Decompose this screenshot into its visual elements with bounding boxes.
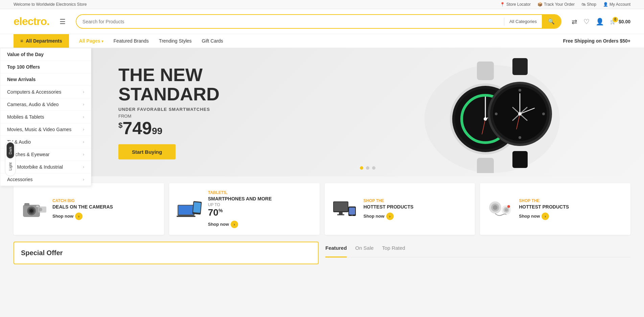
track-icon: 📦: [537, 2, 543, 7]
promo-card-hottest2: SHOP THE HOTTEST PRODUCTS Shop now ›: [480, 183, 630, 235]
promo-discount-tablets: 70%: [208, 207, 313, 218]
user-icon[interactable]: 👤: [596, 18, 604, 26]
promo-title-tablets: SMARTPHONES AND MORE: [208, 196, 313, 202]
my-account-link[interactable]: 👤 My Account: [603, 2, 630, 7]
shop-now-arrow-cameras: ›: [75, 213, 83, 220]
promo-tag-tablets: TABLETS,: [208, 190, 313, 196]
shop-now-arrow-hottest2: ›: [542, 213, 549, 220]
compare-icon[interactable]: ⇄: [572, 18, 577, 26]
hero-dots: [360, 166, 375, 170]
svg-point-30: [30, 209, 33, 213]
shop-icon: 🛍: [581, 2, 585, 7]
svg-point-51: [505, 208, 508, 212]
sidebar-item-accessories[interactable]: Accessories ›: [0, 173, 91, 186]
svg-point-33: [39, 208, 42, 211]
nav-link-gift-cards[interactable]: Gift Cards: [202, 38, 223, 44]
search-input[interactable]: [76, 16, 504, 28]
promo-img-hottest2: [487, 197, 514, 221]
svg-rect-42: [337, 214, 344, 215]
shop-now-tablets[interactable]: Shop now ›: [208, 221, 313, 228]
sidebar-item-new-arrivals[interactable]: New Arrivals: [0, 73, 91, 86]
logo[interactable]: electro.: [14, 15, 49, 28]
cart-button[interactable]: 🛒 0 $0.00: [610, 19, 630, 24]
nav-bar: ≡ All Departments All Pages▾ Featured Br…: [0, 34, 644, 48]
svg-rect-36: [177, 216, 196, 217]
svg-rect-41: [339, 212, 343, 214]
hamburger-menu[interactable]: ☰: [60, 18, 66, 26]
svg-point-45: [351, 215, 353, 216]
chevron-right-icon: ›: [83, 165, 84, 169]
dot-1[interactable]: [360, 166, 363, 170]
sidebar-item-computers[interactable]: Computers & Accessories ›: [0, 86, 91, 98]
cart-icon-wrap: 🛒 0: [610, 19, 616, 24]
top-bar: Welcome to Worldwide Electronics Store 📍…: [0, 0, 644, 9]
category-select[interactable]: All Categories Computers Cameras Phones: [504, 16, 542, 27]
svg-rect-27: [24, 203, 29, 206]
nav-link-all-pages[interactable]: All Pages▾: [79, 38, 104, 44]
dot-2[interactable]: [366, 166, 369, 170]
svg-point-18: [542, 113, 545, 115]
svg-point-15: [519, 89, 521, 92]
search-bar: All Categories Computers Cameras Phones …: [76, 14, 561, 29]
all-departments-button[interactable]: ≡ All Departments: [14, 34, 69, 48]
tabs-section: Featured On Sale Top Rated: [325, 242, 630, 264]
dot-3[interactable]: [372, 166, 375, 170]
header-icons: ⇄ ♡ 👤 🛒 0 $0.00: [572, 18, 630, 26]
chevron-right-icon: ›: [83, 152, 84, 157]
theme-toggle[interactable]: Light Dark: [5, 141, 16, 176]
svg-rect-38: [193, 202, 201, 213]
promo-text-hottest1: SHOP THE HOTTEST PRODUCTS Shop now ›: [364, 198, 468, 220]
top-bar-right: 📍 Store Locator 📦 Track Your Order 🛍 Sho…: [500, 2, 630, 7]
nav-link-trending-styles[interactable]: Trending Styles: [159, 38, 192, 44]
sidebar-item-movies[interactable]: Movies, Music & Video Games ›: [0, 123, 91, 136]
promo-text-tablets: TABLETS, SMARTPHONES AND MORE UP TO 70% …: [208, 190, 313, 228]
promo-section: CATCH BIG DEALS ON THE CAMERAS Shop now …: [0, 176, 644, 242]
svg-point-52: [507, 205, 510, 208]
sidebar-item-value-of-day[interactable]: Value of the Day: [0, 48, 91, 61]
shop-now-hottest2[interactable]: Shop now ›: [519, 213, 624, 220]
svg-rect-11: [512, 58, 528, 75]
dark-mode-toggle[interactable]: Dark: [7, 142, 14, 158]
promo-img-tablets: [176, 197, 203, 221]
search-button[interactable]: 🔍: [542, 15, 561, 28]
svg-rect-35: [178, 205, 194, 215]
hero-from: FROM: [118, 114, 220, 119]
promo-card-hottest1: SHOP THE HOTTEST PRODUCTS Shop now ›: [325, 183, 475, 235]
tab-top-rated[interactable]: Top Rated: [382, 245, 405, 253]
store-locator-link[interactable]: 📍 Store Locator: [500, 2, 531, 7]
nav-links: All Pages▾ Featured Brands Trending Styl…: [69, 34, 563, 48]
sidebar-item-top-100[interactable]: Top 100 Offers: [0, 61, 91, 73]
promo-tag-hottest2: SHOP THE: [519, 198, 624, 204]
nav-link-featured-brands[interactable]: Featured Brands: [114, 38, 149, 44]
cart-badge: 0: [613, 17, 618, 22]
svg-rect-10: [477, 158, 494, 173]
chevron-right-icon: ›: [83, 140, 84, 144]
promo-card-tablets: TABLETS, SMARTPHONES AND MORE UP TO 70% …: [169, 183, 320, 235]
promo-img-hottest1: [331, 197, 359, 221]
hero-subtitle: Under Favorable Smartwatches: [118, 107, 220, 112]
promo-tag-cameras: CATCH BIG: [52, 198, 157, 204]
hero-cta-button[interactable]: Start Buying: [118, 144, 176, 159]
sidebar-item-cameras[interactable]: Cameras, Audio & Video ›: [0, 98, 91, 111]
hero-slider: THE NEW STANDARD Under Favorable Smartwa…: [91, 48, 644, 176]
svg-rect-40: [334, 202, 348, 211]
tab-featured[interactable]: Featured: [325, 245, 347, 258]
tab-on-sale[interactable]: On Sale: [355, 245, 373, 253]
main-content: Value of the Day Top 100 Offers New Arri…: [0, 48, 644, 176]
shop-now-hottest1[interactable]: Shop now ›: [364, 213, 468, 220]
free-shipping-label: Free Shipping on Orders $50+: [563, 38, 630, 44]
promo-text-cameras: CATCH BIG DEALS ON THE CAMERAS Shop now …: [52, 198, 157, 220]
shop-now-arrow-hottest1: ›: [386, 213, 394, 220]
bottom-section: Special Offer Featured On Sale Top Rated: [0, 242, 644, 271]
shop-now-cameras[interactable]: Shop now ›: [52, 213, 157, 220]
shop-link[interactable]: 🛍 Shop: [581, 2, 596, 7]
svg-rect-25: [512, 151, 528, 168]
promo-card-cameras: CATCH BIG DEALS ON THE CAMERAS Shop now …: [14, 183, 164, 235]
watches-svg: [421, 51, 563, 173]
wishlist-icon[interactable]: ♡: [583, 18, 590, 26]
svg-rect-44: [349, 208, 355, 215]
track-order-link[interactable]: 📦 Track Your Order: [537, 2, 575, 7]
sidebar-item-mobiles[interactable]: Mobiles & Tablets ›: [0, 111, 91, 123]
shop-now-arrow-tablets: ›: [231, 221, 238, 228]
light-mode-toggle[interactable]: Light: [7, 158, 14, 175]
